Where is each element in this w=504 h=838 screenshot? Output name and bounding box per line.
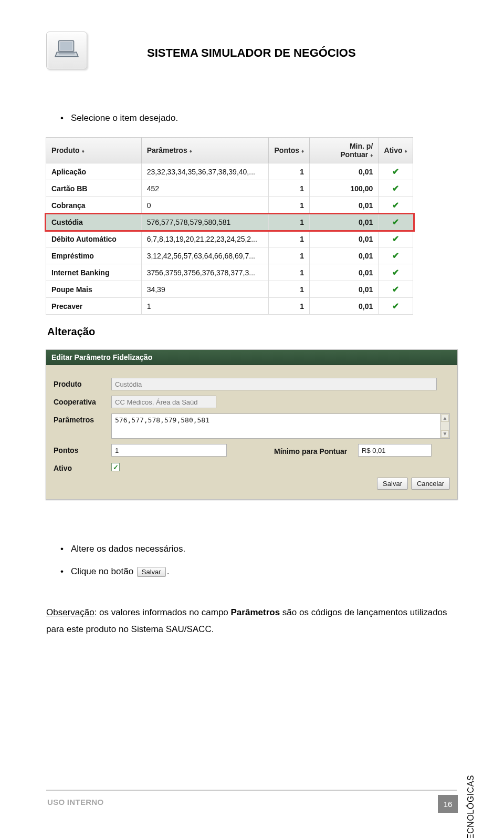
checkmark-icon: ✔ [392, 184, 399, 193]
row-pontos: Pontos Mínimo para Pontuar [54, 444, 450, 457]
col-header-produto[interactable]: Produto♦ [46, 138, 142, 163]
cell-parametros: 6,7,8,13,19,20,21,22,23,24,25,2... [141, 231, 268, 247]
cell-parametros: 34,39 [141, 281, 268, 298]
cell-produto: Precaver [46, 298, 142, 315]
footer-rule [46, 790, 457, 791]
cell-pontos: 1 [268, 231, 309, 247]
label-minimo: Mínimo para Pontuar [274, 445, 358, 456]
checkmark-icon: ✔ [392, 218, 399, 226]
cell-ativo: ✔ [379, 298, 413, 315]
table-row[interactable]: Aplicação23,32,33,34,35,36,37,38,39,40,.… [46, 163, 413, 180]
instruction-click-save: Clique no botão Salvar. [71, 566, 169, 577]
row-parametros: Parâmetros 576,577,578,579,580,581 ▲ ▼ [54, 413, 450, 439]
cell-min: 0,01 [310, 247, 379, 264]
label-cooperativa: Cooperativa [54, 396, 111, 406]
observation-paragraph: Observação: os valores informados no cam… [46, 604, 450, 638]
checkmark-icon: ✔ [392, 285, 399, 294]
col-header-min[interactable]: Min. p/ Pontuar♦ [310, 138, 379, 163]
button-row: Salvar Cancelar [54, 478, 450, 490]
cell-pontos: 1 [268, 197, 309, 214]
section-heading-alteracao: Alteração [47, 326, 95, 338]
table-row[interactable]: Cartão BB4521100,00✔ [46, 180, 413, 197]
cell-produto: Custódia [46, 214, 142, 231]
table-row[interactable]: Poupe Mais34,3910,01✔ [46, 281, 413, 298]
input-produto[interactable] [111, 378, 437, 390]
col-header-ativo[interactable]: Ativo♦ [379, 138, 413, 163]
col-header-parametros[interactable]: Parâmetros♦ [141, 138, 268, 163]
checkmark-icon: ✔ [392, 268, 399, 277]
input-minimo[interactable] [358, 444, 432, 457]
textarea-scrollbar[interactable]: ▲ ▼ [440, 413, 450, 439]
cell-min: 0,01 [310, 264, 379, 281]
cell-ativo: ✔ [379, 163, 413, 180]
scroll-up-icon[interactable]: ▲ [441, 415, 449, 422]
cell-ativo: ✔ [379, 214, 413, 231]
cell-parametros: 576,577,578,579,580,581 [141, 214, 268, 231]
cell-produto: Débito Automático [46, 231, 142, 247]
cancel-button[interactable]: Cancelar [411, 478, 450, 490]
instruction-click-prefix: Clique no botão [71, 566, 133, 576]
footer-page-number: 16 [438, 795, 458, 813]
edit-panel: Editar Parâmetro Fidelização Produto Coo… [46, 349, 458, 500]
cell-min: 0,01 [310, 281, 379, 298]
cell-min: 0,01 [310, 197, 379, 214]
table-header-row: Produto♦ Parâmetros♦ Pontos♦ Min. p/ Pon… [46, 138, 413, 163]
table-row[interactable]: Internet Banking3756,3759,3756,376,378,3… [46, 264, 413, 281]
cell-parametros: 452 [141, 180, 268, 197]
instruction-click-suffix: . [167, 566, 170, 576]
label-pontos: Pontos [54, 444, 111, 454]
checkmark-icon: ✔ [392, 167, 399, 176]
cell-pontos: 1 [268, 180, 309, 197]
table-row[interactable]: Custódia576,577,578,579,580,58110,01✔ [46, 214, 413, 231]
logo-laptop-icon [46, 32, 87, 69]
cell-min: 100,00 [310, 180, 379, 197]
cell-pontos: 1 [268, 247, 309, 264]
table-row[interactable]: Débito Automático6,7,8,13,19,20,21,22,23… [46, 231, 413, 247]
sort-icon: ♦ [370, 152, 373, 158]
textarea-parametros[interactable]: 576,577,578,579,580,581 [111, 413, 440, 439]
save-button[interactable]: Salvar [377, 478, 408, 490]
table-row[interactable]: Precaver110,01✔ [46, 298, 413, 315]
cell-parametros: 1 [141, 298, 268, 315]
products-table: Produto♦ Parâmetros♦ Pontos♦ Min. p/ Pon… [46, 137, 413, 315]
cell-ativo: ✔ [379, 281, 413, 298]
checkmark-icon: ✔ [392, 302, 399, 311]
label-parametros: Parâmetros [54, 413, 111, 424]
salvar-chip: Salvar [137, 567, 166, 577]
row-minimo: Mínimo para Pontuar [274, 444, 432, 457]
cell-produto: Internet Banking [46, 264, 142, 281]
col-header-pontos[interactable]: Pontos♦ [268, 138, 309, 163]
table-row[interactable]: Empréstimo3,12,42,56,57,63,64,66,68,69,7… [46, 247, 413, 264]
cell-parametros: 3,12,42,56,57,63,64,66,68,69,7... [141, 247, 268, 264]
cell-ativo: ✔ [379, 264, 413, 281]
input-cooperativa[interactable] [111, 396, 216, 408]
edit-panel-title: Editar Parâmetro Fidelização [46, 350, 457, 365]
cell-pontos: 1 [268, 214, 309, 231]
cell-produto: Empréstimo [46, 247, 142, 264]
input-pontos[interactable] [111, 444, 227, 457]
cell-ativo: ✔ [379, 197, 413, 214]
table-row[interactable]: Cobrança010,01✔ [46, 197, 413, 214]
scroll-down-icon[interactable]: ▼ [441, 430, 449, 438]
cell-parametros: 23,32,33,34,35,36,37,38,39,40,... [141, 163, 268, 180]
checkmark-icon: ✔ [392, 234, 399, 243]
document-header: SISTEMA SIMULADOR DE NEGÓCIOS [52, 37, 457, 84]
observation-label: Observação [46, 607, 94, 617]
cell-ativo: ✔ [379, 180, 413, 197]
svg-rect-1 [60, 42, 72, 50]
checkmark-icon: ✔ [392, 201, 399, 210]
checkbox-ativo[interactable]: ✓ [111, 463, 120, 471]
svg-rect-2 [59, 53, 75, 55]
sort-icon: ♦ [82, 148, 85, 154]
sort-icon: ♦ [190, 148, 192, 154]
cell-min: 0,01 [310, 214, 379, 231]
cell-produto: Cartão BB [46, 180, 142, 197]
cell-produto: Cobrança [46, 197, 142, 214]
cell-min: 0,01 [310, 163, 379, 180]
footer-left-text: USO INTERNO [47, 798, 103, 806]
cell-produto: Aplicação [46, 163, 142, 180]
label-produto: Produto [54, 378, 111, 388]
row-produto: Produto [54, 378, 450, 390]
cell-pontos: 1 [268, 163, 309, 180]
sort-icon: ♦ [301, 148, 304, 154]
